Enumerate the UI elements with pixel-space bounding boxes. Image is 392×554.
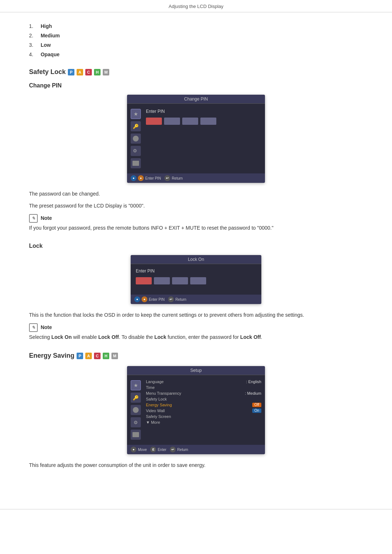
bottom-rule: [0, 509, 392, 509]
osd-enter-pin-label: Enter PIN: [146, 109, 261, 114]
lock-note-text: Selecting Lock On will enable Lock Off. …: [29, 333, 363, 341]
setup-footer-move-label: Move: [138, 448, 147, 452]
osd-title-text: Change PIN: [184, 97, 208, 102]
lock-text: Lock: [154, 334, 166, 340]
energy-saving-para1: This feature adjusts the power consumpti…: [29, 461, 363, 469]
lock-off-text: Lock Off: [98, 334, 119, 340]
energy-saving-section: Energy Saving P A C H M Setup ★: [29, 352, 363, 469]
wrench-icon: ⚙: [133, 148, 139, 154]
page-wrapper: Adjusting the LCD Display 1. High 2. Med…: [0, 0, 392, 509]
menu-label-video-wall: Video Wall: [146, 409, 165, 413]
menu-label-energy-saving: Energy Saving: [146, 403, 172, 407]
setup-osd-footer: ● Move E Enter ↩ Return: [127, 445, 265, 454]
star-icon: ★: [133, 111, 139, 117]
setup-footer-enter-label: Enter: [158, 448, 166, 452]
menu-value-video-wall: On: [252, 409, 261, 413]
setup-menu-item-safety-screen: Safety Screen: [146, 414, 261, 419]
lock-note: ✎ Note Selecting Lock On will enable Loc…: [29, 323, 363, 341]
setup-btn-move: ●: [131, 447, 136, 452]
list-num: 2.: [29, 33, 39, 38]
change-pin-para1: The password can be changed.: [29, 190, 363, 198]
list-num: 4.: [29, 52, 39, 57]
badge-p: P: [68, 69, 74, 75]
badge-h: H: [94, 69, 101, 75]
setup-menu-more: ▼ More: [146, 419, 261, 425]
page-header: Adjusting the LCD Display: [0, 0, 392, 12]
setup-display-icon: [132, 432, 139, 437]
setup-osd-title-text: Setup: [190, 368, 201, 373]
note-label: Note: [41, 215, 52, 221]
circle-icon: [133, 136, 139, 141]
lock-footer-return-label: Return: [175, 297, 186, 301]
setup-menu: Language : English Time Menu Transparenc…: [146, 379, 261, 441]
header-title: Adjusting the LCD Display: [168, 4, 223, 9]
list-label: Low: [41, 42, 51, 48]
lock-pin-box-2: [154, 277, 170, 284]
lock-heading: Lock: [29, 243, 363, 249]
change-pin-para2: The preset password for the LCD Display …: [29, 202, 363, 210]
osd-footer-return-btn: ↩ Return: [164, 175, 183, 181]
energy-badge-m: M: [111, 353, 118, 359]
setup-key-icon: 🔑: [133, 395, 139, 401]
setup-btn-enter: E: [150, 447, 156, 452]
change-pin-note: ✎ Note If you forgot your password, pres…: [29, 214, 363, 232]
setup-star-icon: ★: [133, 382, 139, 388]
menu-label-safety-screen: Safety Screen: [146, 414, 171, 419]
setup-sidebar-item-1: ★: [131, 380, 141, 390]
setup-menu-item-time: Time: [146, 385, 261, 390]
change-pin-heading: Change PIN: [29, 82, 363, 89]
btn-circle-return: ↩: [164, 175, 170, 181]
setup-sidebar-item-3: [131, 405, 141, 415]
lock-osd-body: Enter PIN: [131, 264, 261, 295]
lock-off-text2: Lock Off: [240, 334, 261, 340]
setup-footer-enter-btn: E Enter: [150, 447, 166, 452]
safety-lock-heading: Safety Lock P A C H M: [29, 68, 363, 76]
energy-saving-title: Energy Saving: [29, 352, 74, 360]
setup-circle-icon: [133, 407, 139, 413]
osd-pin-box-2: [164, 118, 180, 125]
setup-osd-sidebar: ★ 🔑 ⚙: [131, 379, 141, 441]
menu-value-language: : English: [246, 379, 261, 384]
display-icon: [132, 161, 139, 166]
menu-label-language: Language: [146, 379, 164, 384]
menu-value-energy-saving: Off: [252, 403, 261, 407]
list-label: Medium: [41, 33, 60, 38]
setup-footer-return-label: Return: [177, 448, 188, 452]
menu-label-time: Time: [146, 385, 155, 390]
setup-sidebar-item-5: [131, 430, 141, 440]
note-text: If you forgot your password, press the r…: [29, 224, 363, 232]
setup-wrench-icon: ⚙: [134, 420, 138, 425]
badge-m: M: [103, 69, 109, 75]
btn-circle-orange: ●: [138, 175, 144, 181]
menu-label-safety-lock: Safety Lock: [146, 397, 167, 401]
badge-a: A: [77, 69, 83, 75]
badge-c: C: [85, 69, 92, 75]
lock-note-icon: ✎: [29, 323, 38, 332]
setup-osd: Setup ★ 🔑 ⚙: [127, 366, 265, 454]
osd-footer: ● ● Enter PIN ↩ Return: [127, 173, 265, 183]
energy-badge-h: H: [103, 353, 109, 359]
lock-btn-circle-return: ↩: [168, 296, 174, 302]
list-item: 2. Medium: [29, 33, 363, 38]
list-num: 1.: [29, 23, 39, 29]
footer-enter-label: Enter PIN: [145, 176, 161, 180]
osd-sidebar-item-1: ★: [131, 109, 141, 119]
energy-saving-heading: Energy Saving P A C H M: [29, 352, 363, 360]
lock-pin-box-1: [136, 277, 152, 284]
lock-osd-footer: ● ● Enter PIN ↩ Return: [131, 295, 261, 304]
lock-footer-enter-btn: ● ● Enter PIN: [134, 296, 164, 302]
setup-menu-item-energy-saving: Energy Saving Off: [146, 402, 261, 408]
lock-btn-circle-orange: ●: [142, 296, 147, 302]
setup-sidebar-item-4: ⚙: [131, 417, 141, 427]
lock-pin-box-4: [190, 277, 206, 284]
list-item: 4. Opaque: [29, 52, 363, 57]
lock-enter-pin-label: Enter PIN: [136, 268, 256, 274]
osd-sidebar-item-2: 🔑: [131, 121, 141, 131]
list-label: High: [41, 23, 52, 29]
list-item: 1. High: [29, 23, 363, 29]
osd-pin-box-3: [182, 118, 198, 125]
lock-osd-title-text: Lock On: [188, 257, 204, 262]
list-num: 3.: [29, 42, 39, 48]
menu-label-transparency: Menu Transparency: [146, 391, 181, 395]
setup-menu-item-safety-lock: Safety Lock: [146, 396, 261, 402]
